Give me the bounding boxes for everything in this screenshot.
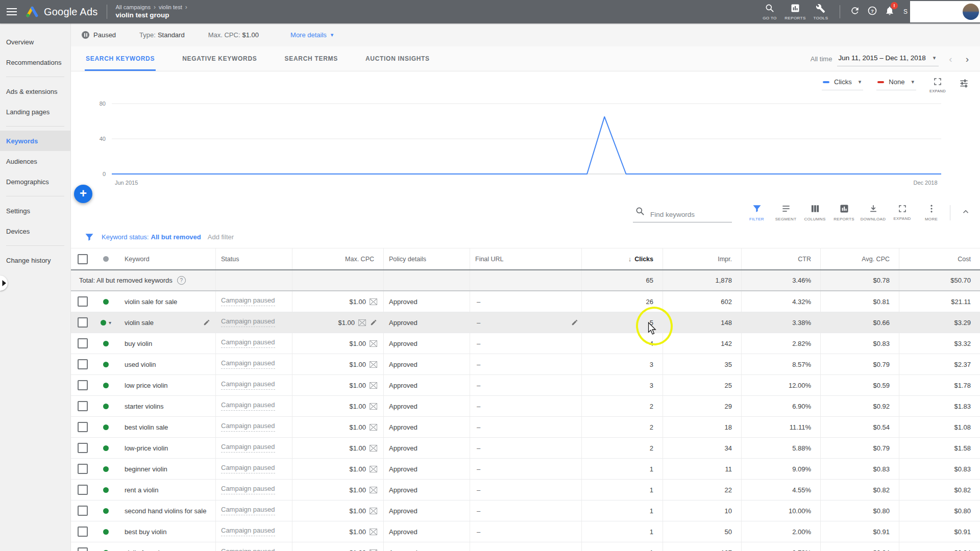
reports-button[interactable]: REPORTS: [829, 204, 859, 221]
table-row[interactable]: buy violinCampaign paused$1.00Approved–4…: [71, 333, 980, 354]
keyword-cell[interactable]: second hand violins for sale: [117, 500, 215, 521]
keyword-cell[interactable]: used violin: [117, 354, 215, 374]
metric-select-none[interactable]: None ▾: [876, 76, 916, 90]
filter-button[interactable]: FILTER: [742, 204, 771, 221]
column-header-clicks[interactable]: ↓Clicks: [581, 248, 663, 269]
chart-settings-button[interactable]: [959, 79, 969, 90]
keyword-cell[interactable]: violin sale for sale: [117, 291, 215, 312]
tab-negative-keywords[interactable]: NEGATIVE KEYWORDS: [182, 46, 257, 71]
keyword-status-filter-chip[interactable]: Keyword status:All but removed: [102, 233, 201, 241]
keyword-cell[interactable]: buy violin: [117, 333, 215, 354]
max-cpc-cell[interactable]: $1.00: [292, 291, 383, 312]
column-header-max-cpc[interactable]: Max. CPC: [292, 248, 383, 269]
help-button[interactable]: ?: [864, 6, 881, 18]
row-checkbox[interactable]: [78, 506, 88, 516]
column-header-impr-[interactable]: Impr.: [663, 248, 741, 269]
table-row[interactable]: used violinCampaign paused$1.00Approved–…: [71, 354, 980, 375]
max-cpc-cell[interactable]: $1.00: [292, 417, 383, 437]
row-checkbox[interactable]: [78, 547, 88, 551]
column-header-avg-cpc[interactable]: Avg. CPC: [820, 248, 899, 269]
row-select[interactable]: [71, 417, 94, 437]
sidebar-item-settings[interactable]: Settings: [0, 201, 70, 221]
row-checkbox[interactable]: [78, 464, 88, 474]
more-button[interactable]: MORE: [917, 204, 946, 221]
row-select[interactable]: [71, 480, 94, 500]
max-cpc-cell[interactable]: $1.00: [292, 500, 383, 521]
row-select[interactable]: [71, 542, 94, 551]
columns-button[interactable]: COLUMNS: [800, 204, 829, 221]
header-select-all[interactable]: [71, 248, 94, 269]
max-cpc-cell[interactable]: $1.00: [292, 459, 383, 479]
row-checkbox[interactable]: [78, 380, 88, 390]
row-select[interactable]: [71, 333, 94, 354]
row-checkbox[interactable]: [78, 359, 88, 369]
max-cpc-cell[interactable]: $1.00: [292, 521, 383, 542]
table-row[interactable]: ▾violin saleCampaign paused$1.00Approved…: [71, 312, 980, 333]
edit-pencil-icon[interactable]: [571, 319, 578, 326]
row-checkbox[interactable]: [78, 338, 88, 348]
table-row[interactable]: low-price violinCampaign paused$1.00Appr…: [71, 438, 980, 459]
breadcrumb-all-campaigns[interactable]: All campaigns: [115, 4, 150, 11]
max-cpc-cell[interactable]: $1.00: [292, 312, 383, 333]
row-checkbox[interactable]: [78, 443, 88, 453]
tab-auction-insights[interactable]: AUCTION INSIGHTS: [365, 46, 430, 71]
row-select[interactable]: [71, 291, 94, 312]
table-row[interactable]: best violin saleCampaign paused$1.00Appr…: [71, 417, 980, 438]
table-row[interactable]: beginner violinCampaign paused$1.00Appro…: [71, 459, 980, 480]
row-checkbox[interactable]: [78, 317, 88, 328]
max-cpc-cell[interactable]: $1.00: [292, 333, 383, 354]
table-row[interactable]: low price violinCampaign paused$1.00Appr…: [71, 375, 980, 396]
add-filter-button[interactable]: Add filter: [208, 233, 234, 241]
date-next-icon[interactable]: ›: [966, 54, 969, 65]
max-cpc-cell[interactable]: $1.00: [292, 396, 383, 416]
table-row[interactable]: violin for saleCampaign paused$1.00Appro…: [71, 542, 980, 551]
sidebar-item-change-history[interactable]: Change history: [0, 250, 70, 270]
keyword-cell[interactable]: low price violin: [117, 375, 215, 395]
collapse-panel-button[interactable]: [957, 207, 975, 218]
row-checkbox[interactable]: [78, 485, 88, 495]
row-select[interactable]: [71, 354, 94, 374]
keyword-cell[interactable]: best violin sale: [117, 417, 215, 437]
row-status-dot[interactable]: ▾: [94, 312, 117, 333]
notifications-button[interactable]: !: [881, 6, 898, 18]
max-cpc-cell[interactable]: $1.00: [292, 438, 383, 458]
date-prev-icon[interactable]: ‹: [949, 54, 952, 65]
max-cpc-cell[interactable]: $1.00: [292, 480, 383, 500]
expand-button[interactable]: EXPAND: [888, 204, 917, 221]
row-select[interactable]: [71, 521, 94, 542]
tab-search-keywords[interactable]: SEARCH KEYWORDS: [86, 46, 155, 71]
keyword-cell[interactable]: starter violins: [117, 396, 215, 416]
keyword-cell[interactable]: low-price violin: [117, 438, 215, 458]
keyword-cell[interactable]: violin for sale: [117, 542, 215, 551]
avatar[interactable]: [963, 4, 979, 20]
row-select[interactable]: [71, 438, 94, 458]
help-circle-icon[interactable]: ?: [177, 276, 186, 285]
sidebar-item-overview[interactable]: Overview: [0, 32, 70, 52]
table-row[interactable]: best buy violinCampaign paused$1.00Appro…: [71, 521, 980, 542]
keyword-cell[interactable]: violin sale: [117, 312, 215, 333]
chevron-down-icon[interactable]: ▾: [109, 320, 111, 325]
sidebar-item-ads-extensions[interactable]: Ads & extensions: [0, 81, 70, 102]
select-all-checkbox[interactable]: [78, 254, 88, 264]
edit-pencil-icon[interactable]: [370, 319, 377, 326]
segment-button[interactable]: SEGMENT: [771, 204, 800, 221]
breadcrumb-campaign[interactable]: violin test: [159, 4, 182, 11]
sidebar-item-devices[interactable]: Devices: [0, 221, 70, 241]
row-select[interactable]: [71, 312, 94, 333]
column-header-cost[interactable]: Cost: [899, 248, 980, 269]
row-select[interactable]: [71, 459, 94, 479]
row-checkbox[interactable]: [78, 296, 88, 307]
column-header-status[interactable]: Status: [215, 248, 292, 269]
row-checkbox[interactable]: [78, 401, 88, 411]
tab-search-terms[interactable]: SEARCH TERMS: [285, 46, 338, 71]
tools-button[interactable]: TOOLS: [808, 4, 834, 20]
edit-pencil-icon[interactable]: [203, 319, 210, 326]
go-to-button[interactable]: GO TO: [757, 3, 782, 20]
sidebar-item-audiences[interactable]: Audiences: [0, 151, 70, 171]
row-checkbox[interactable]: [78, 422, 88, 432]
date-range-picker[interactable]: Jun 11, 2015 – Dec 11, 2018 ▾: [837, 52, 939, 66]
max-cpc-cell[interactable]: $1.00: [292, 542, 383, 551]
sidebar-item-demographics[interactable]: Demographics: [0, 171, 70, 192]
row-select[interactable]: [71, 396, 94, 416]
reports-button[interactable]: REPORTS: [782, 3, 808, 20]
